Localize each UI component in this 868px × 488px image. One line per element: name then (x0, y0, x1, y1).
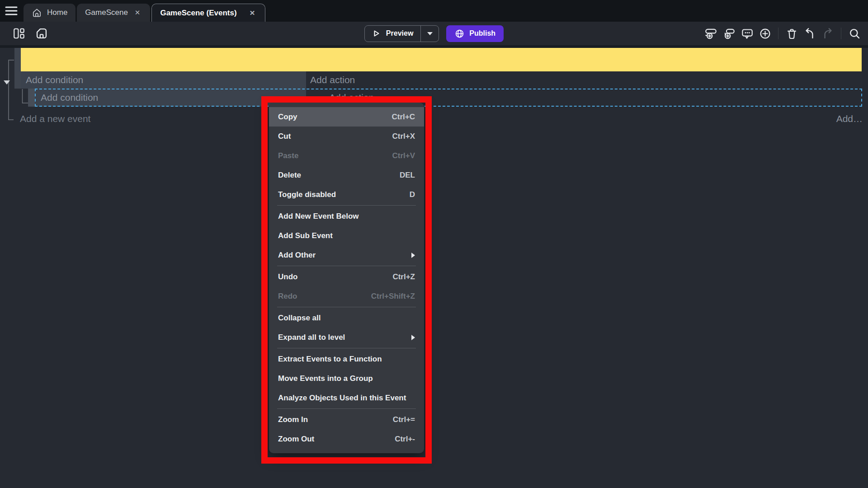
add-comment-button[interactable] (739, 26, 755, 41)
menu-item-redo[interactable]: RedoCtrl+Shift+Z (269, 286, 424, 306)
menu-item-shortcut: D (401, 190, 415, 199)
menu-item-shortcut: Ctrl+Z (383, 272, 415, 282)
menu-item-label: Redo (278, 292, 297, 301)
menu-item-move-events-into-a-group[interactable]: Move Events into a Group (269, 369, 424, 388)
menu-item-label: Delete (278, 171, 301, 180)
tab-gamescene-events[interactable]: GameScene (Events) ✕ (151, 4, 265, 22)
menu-item-shortcut: DEL (391, 171, 415, 180)
toolbar-separator (778, 28, 778, 39)
undo-button[interactable] (802, 26, 817, 41)
publish-button[interactable]: Publish (446, 25, 504, 42)
menu-item-collapse-all[interactable]: Collapse all (269, 308, 424, 328)
add-event-icon (705, 28, 717, 40)
event-handle[interactable] (14, 71, 21, 89)
menu-item-label: Paste (278, 151, 298, 160)
add-event-button[interactable] (703, 26, 718, 41)
publish-label: Publish (469, 29, 495, 38)
menu-item-label: Zoom Out (278, 435, 314, 444)
tab-close-icon[interactable]: ✕ (248, 8, 257, 18)
tab-label: GameScene (Events) (160, 9, 236, 18)
tab-home[interactable]: Home (24, 4, 75, 22)
menu-item-label: Cut (278, 132, 291, 141)
menu-item-add-new-event-below[interactable]: Add New Event Below (269, 206, 424, 226)
add-truncated-button[interactable]: Add… (836, 113, 863, 124)
menu-item-undo[interactable]: UndoCtrl+Z (269, 267, 424, 286)
menu-item-toggle-disabled[interactable]: Toggle disabledD (269, 185, 424, 204)
menu-item-add-other[interactable]: Add Other (269, 245, 424, 265)
menu-item-shortcut: Ctrl+Shift+Z (362, 292, 415, 301)
chevron-down-icon (427, 32, 433, 35)
toolbar-separator (841, 28, 841, 39)
menu-item-label: Expand all to level (278, 333, 345, 342)
comment-event[interactable] (21, 48, 862, 71)
menu-item-label: Undo (278, 272, 297, 282)
search-icon (849, 28, 861, 40)
menu-item-shortcut: Ctrl+- (386, 435, 415, 444)
menu-separator (277, 348, 416, 348)
menu-item-label: Add Sub Event (278, 231, 333, 240)
add-sub-event-button[interactable] (721, 26, 736, 41)
search-button[interactable] (847, 26, 862, 41)
preview-button[interactable]: Preview (364, 25, 439, 42)
menu-item-copy[interactable]: CopyCtrl+C (269, 107, 424, 127)
menu-item-label: Move Events into a Group (278, 374, 373, 383)
tab-label: GameScene (85, 8, 128, 17)
menu-item-label: Zoom In (278, 415, 308, 424)
menu-hamburger-button[interactable] (0, 0, 23, 22)
menu-item-label: Add New Event Below (278, 212, 359, 221)
redo-button[interactable] (820, 26, 835, 41)
context-menu: CopyCtrl+CCutCtrl+XPasteCtrl+VDeleteDELT… (269, 103, 424, 453)
menu-item-label: Toggle disabled (278, 190, 336, 199)
add-new-event-button[interactable]: Add a new event (20, 113, 90, 124)
preview-dropdown-button[interactable] (420, 26, 439, 42)
menu-item-expand-all-to-level[interactable]: Expand all to level (269, 328, 424, 347)
globe-icon (454, 28, 465, 39)
menu-item-cut[interactable]: CutCtrl+X (269, 127, 424, 146)
submenu-arrow-icon (411, 253, 415, 258)
menu-item-shortcut: Ctrl+V (383, 151, 415, 160)
menu-item-shortcut: Ctrl+X (383, 132, 415, 141)
add-circle-icon (759, 28, 771, 40)
tab-label: Home (47, 8, 67, 17)
preview-label: Preview (386, 29, 413, 38)
tab-bar: Home GameScene ✕ GameScene (Events) ✕ (0, 0, 868, 22)
menu-item-zoom-in[interactable]: Zoom InCtrl+= (269, 410, 424, 429)
redo-icon (821, 27, 834, 40)
menu-item-add-sub-event[interactable]: Add Sub Event (269, 226, 424, 245)
play-icon (371, 28, 382, 39)
submenu-arrow-icon (411, 335, 415, 340)
undo-icon (803, 27, 816, 40)
selected-event-outline (35, 89, 862, 107)
menu-separator (277, 205, 416, 206)
menu-separator (277, 266, 416, 266)
tab-close-icon[interactable]: ✕ (133, 8, 142, 18)
add-action-button[interactable]: Add action (306, 71, 862, 89)
editor-toolbar: Preview Publish (0, 22, 868, 45)
add-comment-icon (741, 28, 753, 40)
menu-item-shortcut: Ctrl+C (383, 113, 415, 122)
comment-event-handle[interactable] (14, 48, 21, 71)
menu-separator (277, 408, 416, 409)
menu-item-label: Collapse all (278, 314, 321, 323)
events-sheet: Add condition Add action Add condition A… (0, 45, 868, 488)
hamburger-icon (5, 5, 18, 17)
add-sub-event-icon (723, 28, 735, 40)
choose-and-add-button[interactable] (757, 26, 773, 41)
menu-item-analyze-objects-used-in-this-event[interactable]: Analyze Objects Used in this Event (269, 388, 424, 408)
menu-item-label: Extract Events to a Function (278, 355, 382, 364)
home-icon (32, 8, 42, 18)
add-condition-button[interactable]: Add condition (21, 71, 306, 89)
collapse-arrow-icon[interactable] (4, 80, 10, 84)
menu-item-extract-events-to-a-function[interactable]: Extract Events to a Function (269, 349, 424, 369)
add-condition-label: Add condition (26, 75, 83, 85)
menu-item-delete[interactable]: DeleteDEL (269, 165, 424, 185)
tab-gamescene[interactable]: GameScene ✕ (77, 4, 150, 22)
menu-item-label: Analyze Objects Used in this Event (278, 394, 406, 403)
delete-button[interactable] (784, 26, 799, 41)
menu-item-label: Copy (278, 113, 297, 122)
preview-button-main[interactable]: Preview (365, 28, 420, 39)
menu-separator (277, 307, 416, 307)
sub-event-handle[interactable] (28, 89, 35, 107)
menu-item-paste[interactable]: PasteCtrl+V (269, 146, 424, 165)
menu-item-zoom-out[interactable]: Zoom OutCtrl+- (269, 429, 424, 449)
